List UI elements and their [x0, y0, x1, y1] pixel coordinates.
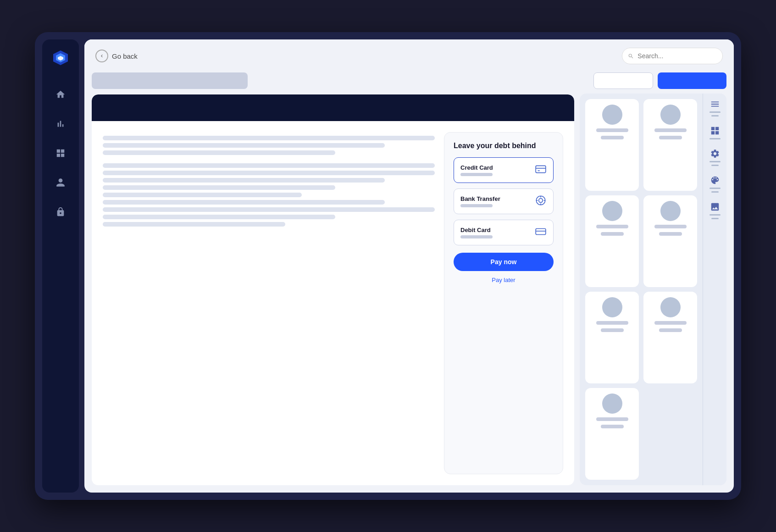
toolbar-grid-icon[interactable]	[709, 126, 721, 139]
grid-main	[580, 94, 703, 485]
avatar	[660, 297, 681, 317]
bank-transfer-label: Bank Transfer	[460, 195, 500, 202]
toolbar-palette-icon[interactable]	[709, 175, 721, 193]
credit-card-icon	[535, 163, 547, 177]
left-panel: Leave your debt behind Credit Card	[92, 72, 574, 485]
avatar	[660, 105, 681, 125]
skeleton-line	[659, 328, 682, 332]
go-back-circle-icon	[95, 50, 108, 62]
sidebar	[42, 39, 79, 493]
grid-card[interactable]	[643, 99, 697, 191]
debit-card-option[interactable]: Debit Card	[454, 220, 554, 245]
sidebar-item-home[interactable]	[52, 86, 69, 103]
skeleton-line	[596, 417, 628, 421]
bank-transfer-option-left: Bank Transfer	[460, 195, 500, 207]
sidebar-item-profile[interactable]	[52, 174, 69, 191]
skeleton-line	[654, 128, 687, 132]
payment-widget: Leave your debt behind Credit Card	[444, 132, 563, 474]
debit-card-icon	[535, 226, 547, 239]
bank-transfer-option[interactable]: Bank Transfer	[454, 188, 554, 214]
credit-card-option[interactable]: Credit Card	[454, 157, 554, 183]
pay-now-button[interactable]: Pay now	[454, 253, 554, 271]
skeleton-line	[596, 321, 628, 325]
main-content: Go back	[84, 39, 734, 493]
card-panel: Leave your debt behind Credit Card	[92, 94, 574, 485]
skeleton-line	[601, 425, 624, 428]
skeleton-line	[103, 143, 385, 148]
avatar	[660, 201, 681, 221]
grid-card[interactable]	[643, 195, 697, 287]
right-toolbar	[703, 94, 726, 485]
toolbar-icon-bar	[711, 115, 719, 116]
card-header-bar	[92, 94, 574, 121]
skeleton-line	[103, 185, 335, 190]
right-grid-panel	[580, 94, 726, 485]
skeleton-line	[103, 193, 302, 197]
toolbar-icon-bar	[709, 111, 721, 113]
search-input[interactable]	[637, 52, 717, 60]
grid-card[interactable]	[585, 99, 639, 191]
bank-transfer-icon	[535, 194, 547, 208]
search-icon	[628, 53, 634, 60]
grid-card[interactable]	[585, 388, 639, 480]
skeleton-line	[601, 232, 624, 236]
skeleton-line	[654, 321, 687, 325]
svg-rect-12	[536, 229, 546, 235]
card-body: Leave your debt behind Credit Card	[92, 121, 574, 485]
toolbar-icon-bar	[709, 161, 721, 162]
avatar	[602, 201, 622, 221]
toolbar-list-icon[interactable]	[709, 99, 721, 116]
toolbar-settings-icon[interactable]	[709, 149, 721, 166]
sidebar-item-security[interactable]	[52, 204, 69, 220]
toolbar-icon-bar	[709, 138, 721, 139]
avatar	[602, 105, 622, 125]
svg-point-7	[539, 199, 543, 203]
avatar	[602, 393, 622, 414]
skeleton-line	[103, 163, 435, 168]
go-back-button[interactable]: Go back	[95, 50, 138, 62]
grid-card[interactable]	[585, 292, 639, 383]
skeleton-line	[103, 136, 435, 140]
debit-card-option-left: Debit Card	[460, 227, 493, 238]
avatar	[602, 297, 622, 317]
debit-card-label: Debit Card	[460, 227, 493, 233]
toolbar-icon-bar	[711, 165, 719, 166]
credit-card-sub	[460, 173, 493, 176]
skeleton-line	[103, 178, 385, 183]
text-content-skeleton	[103, 132, 435, 474]
toolbar-image-icon[interactable]	[709, 202, 721, 219]
credit-card-label: Credit Card	[460, 164, 493, 171]
skeleton-line	[103, 222, 285, 227]
credit-card-option-left: Credit Card	[460, 164, 493, 176]
sidebar-item-dashboard[interactable]	[52, 145, 69, 161]
skeleton-line	[659, 136, 682, 139]
skeleton-line	[103, 171, 435, 175]
right-top-buttons	[580, 72, 726, 89]
bank-transfer-sub	[460, 204, 493, 207]
search-bar[interactable]	[622, 48, 723, 64]
svg-rect-3	[536, 166, 546, 172]
outline-button[interactable]	[593, 72, 653, 89]
skeleton-line	[601, 328, 624, 332]
skeleton-line	[103, 207, 435, 212]
sidebar-item-analytics[interactable]	[52, 116, 69, 132]
right-panel	[580, 72, 726, 485]
go-back-label: Go back	[112, 52, 138, 60]
payment-title: Leave your debt behind	[454, 142, 554, 150]
grid-card[interactable]	[585, 195, 639, 287]
toolbar-icon-bar	[711, 191, 719, 193]
skeleton-line	[601, 136, 624, 139]
skeleton-line	[654, 225, 687, 228]
content-area: Leave your debt behind Credit Card	[84, 72, 734, 493]
grid-card[interactable]	[643, 292, 697, 383]
toolbar-icon-bar	[711, 218, 719, 219]
toolbar-icon-bar	[709, 188, 721, 189]
skeleton-line	[596, 128, 628, 132]
debit-card-sub	[460, 235, 493, 238]
skeleton-line	[659, 232, 682, 236]
skeleton-line	[103, 215, 335, 219]
filled-button[interactable]	[658, 72, 726, 89]
pay-later-link[interactable]: Pay later	[454, 277, 554, 283]
skeleton-line	[103, 200, 385, 205]
header: Go back	[84, 39, 734, 72]
